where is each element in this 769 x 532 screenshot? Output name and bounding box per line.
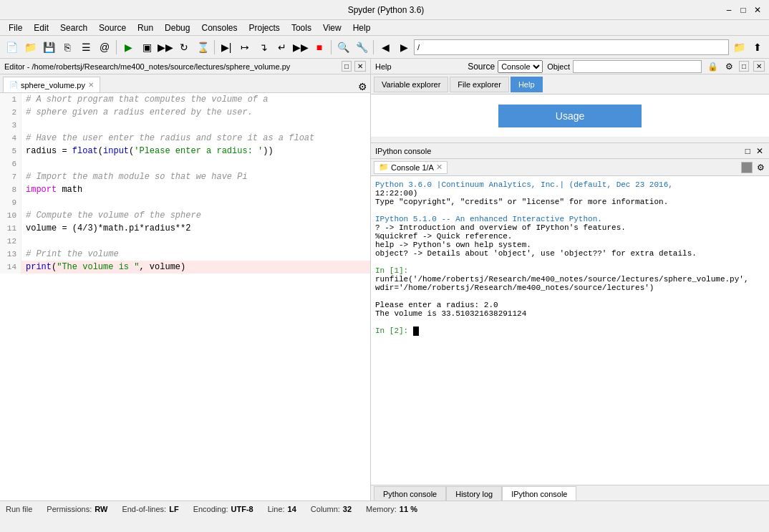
- stop-button[interactable]: ⌛: [194, 39, 211, 56]
- open-file-button[interactable]: 📁: [21, 39, 39, 56]
- nav-back-button[interactable]: ◀: [377, 39, 394, 56]
- object-input[interactable]: [573, 60, 702, 73]
- in1-command: runfile('/home/robertsj/Research/me400_n…: [375, 275, 749, 292]
- help-lock-button[interactable]: 🔒: [706, 62, 720, 72]
- help-settings-button[interactable]: ⚙: [724, 62, 735, 72]
- menu-consoles[interactable]: Consoles: [195, 21, 243, 34]
- menu-help[interactable]: Help: [347, 21, 377, 34]
- line-status: Line: 14: [268, 505, 296, 513]
- debug-step-button[interactable]: ↦: [236, 39, 253, 56]
- help-tab[interactable]: Help: [511, 77, 543, 92]
- ipython-version-line: IPython 5.1.0 -- An enhanced Interactive…: [375, 215, 602, 223]
- editor-header: Editor - /home/robertsj/Research/me400_n…: [0, 59, 370, 74]
- ipython-float-button[interactable]: □: [744, 146, 752, 156]
- maximize-button[interactable]: □: [737, 4, 749, 16]
- code-line-4: 4 # Have the user enter the radius and s…: [0, 132, 370, 145]
- help-close-button[interactable]: ✕: [753, 61, 765, 72]
- new-file-button[interactable]: 📄: [3, 39, 20, 56]
- help-float-button[interactable]: □: [739, 61, 749, 72]
- file-explorer-tab[interactable]: File explorer: [450, 77, 509, 92]
- debug-out-button[interactable]: ↵: [274, 39, 291, 56]
- line-value: 14: [288, 505, 296, 513]
- python-copyright-line: Type "copyright", "credits" or "license"…: [375, 198, 668, 206]
- line-num-5: 5: [0, 145, 21, 158]
- console-tab-label: Console 1/A: [391, 163, 434, 172]
- menu-view[interactable]: View: [317, 21, 347, 34]
- ipython-help1: ? -> Introduction and overview of IPytho…: [375, 223, 626, 232]
- debug-into-button[interactable]: ↴: [255, 39, 272, 56]
- tab-close-button[interactable]: ✕: [88, 81, 94, 89]
- history-log-tab[interactable]: History log: [446, 486, 502, 500]
- permissions-label: Permissions:: [47, 505, 92, 513]
- line-content-1: # A short program that computes the volu…: [21, 93, 370, 106]
- path-input[interactable]: [414, 39, 729, 55]
- menu-file[interactable]: File: [3, 21, 28, 34]
- menu-edit[interactable]: Edit: [28, 21, 54, 34]
- nav-forward-button[interactable]: ▶: [395, 39, 412, 56]
- save-file-button[interactable]: 💾: [40, 39, 57, 56]
- console-1a-tab[interactable]: 📁 Console 1/A ✕: [374, 161, 448, 174]
- line-num-14: 14: [0, 261, 21, 274]
- console-output[interactable]: Python 3.6.0 |Continuum Analytics, Inc.|…: [371, 176, 769, 485]
- code-line-3: 3: [0, 119, 370, 132]
- debug-continue-button[interactable]: ▶▶: [292, 39, 309, 56]
- code-line-9: 9: [0, 196, 370, 209]
- usage-button[interactable]: Usage: [498, 105, 642, 127]
- run-cell-advance-button[interactable]: ▶▶: [157, 39, 174, 56]
- editor-float-button[interactable]: □: [342, 61, 352, 72]
- line-content-3: [21, 119, 370, 132]
- debug-stop-button[interactable]: ■: [311, 39, 328, 56]
- menu-debug[interactable]: Debug: [159, 21, 195, 34]
- eol-status: End-of-lines: LF: [122, 505, 178, 513]
- line-num-12: 12: [0, 235, 21, 248]
- find-button[interactable]: 🔍: [334, 39, 352, 56]
- menu-search[interactable]: Search: [54, 21, 93, 34]
- re-run-button[interactable]: ↻: [175, 39, 193, 56]
- line-content-2: # sphere given a radius entered by the u…: [21, 106, 370, 119]
- encoding-label: Encoding:: [193, 505, 228, 513]
- volume-result: The volume is 33.510321638291124: [375, 309, 526, 318]
- path-up-button[interactable]: ⬆: [749, 39, 766, 56]
- line-content-10: # Compute the volume of the sphere: [21, 209, 370, 222]
- toolbar-separator-4: [373, 40, 374, 54]
- run-cell-button[interactable]: ▣: [138, 39, 155, 56]
- window-controls[interactable]: – □ ✕: [723, 4, 763, 16]
- help-scroll-area: [371, 137, 769, 143]
- console-settings-button[interactable]: ⚙: [755, 162, 766, 173]
- variable-explorer-tab[interactable]: Variable explorer: [374, 77, 448, 92]
- title-bar: Spyder (Python 3.6) – □ ✕: [0, 0, 769, 20]
- minimize-button[interactable]: –: [723, 4, 735, 16]
- memory-label: Memory:: [366, 505, 397, 513]
- save-all-button[interactable]: ⎘: [59, 39, 76, 56]
- at-button[interactable]: @: [96, 39, 113, 56]
- code-line-5: 5 radius = float(input('Please enter a r…: [0, 145, 370, 158]
- run-button[interactable]: ▶: [120, 39, 137, 56]
- replace-button[interactable]: 🔧: [353, 39, 370, 56]
- line-content-5: radius = float(input('Please enter a rad…: [21, 145, 370, 158]
- ipython-title: IPython console: [375, 147, 431, 155]
- ipython-close-button[interactable]: ✕: [755, 146, 765, 156]
- line-num-10: 10: [0, 209, 21, 222]
- editor-tab[interactable]: 📄 sphere_volume.py ✕: [3, 77, 100, 92]
- menu-source[interactable]: Source: [93, 21, 132, 34]
- python-console-tab[interactable]: Python console: [374, 486, 446, 500]
- menu-tools[interactable]: Tools: [286, 21, 317, 34]
- source-select[interactable]: Console: [498, 60, 543, 73]
- debug-start-button[interactable]: ▶|: [218, 39, 235, 56]
- console-tab-close[interactable]: ✕: [436, 163, 442, 172]
- editor-controls: □ ✕: [342, 61, 366, 72]
- line-num-4: 4: [0, 132, 21, 145]
- menu-projects[interactable]: Projects: [243, 21, 286, 34]
- editor-close-button[interactable]: ✕: [354, 61, 366, 72]
- console-stop-button[interactable]: [741, 162, 753, 173]
- tab-settings-button[interactable]: ⚙: [358, 81, 367, 92]
- path-browse-button[interactable]: 📁: [730, 39, 748, 56]
- close-button[interactable]: ✕: [752, 4, 763, 16]
- ipython-header: IPython console □ ✕: [371, 143, 769, 159]
- browse-button[interactable]: ☰: [77, 39, 95, 56]
- ipython-console-tab[interactable]: IPython console: [502, 486, 576, 500]
- run-file-label: Run file: [6, 505, 32, 513]
- console-folder-icon: 📁: [379, 163, 389, 172]
- toolbar-separator-1: [116, 40, 117, 54]
- menu-run[interactable]: Run: [132, 21, 159, 34]
